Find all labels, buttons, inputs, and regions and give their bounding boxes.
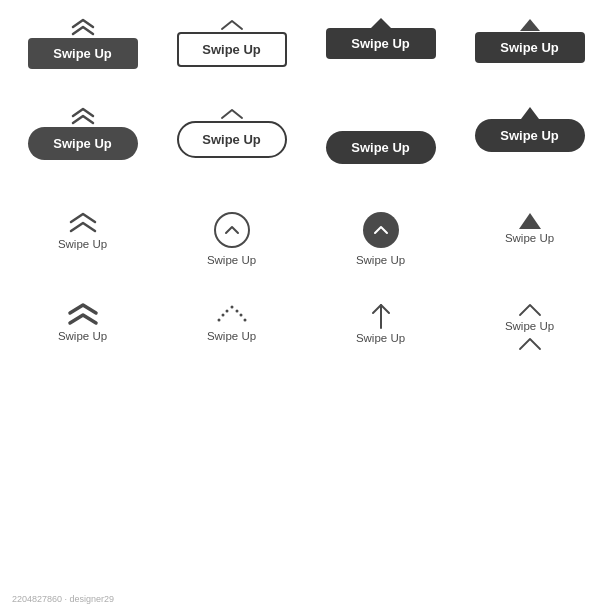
bold-double-chevron-icon <box>66 302 100 328</box>
row3-icon-buttons: Swipe Up Swipe Up Swipe Up S <box>8 206 604 276</box>
swipe-label-4-3: Swipe Up <box>356 332 405 344</box>
cell-icon-chevron-double-standalone: Swipe Up <box>8 206 157 276</box>
swipe-label-4-4: Swipe Up <box>505 320 554 332</box>
thin-chevron-bottom-icon <box>517 336 543 352</box>
cell-rect-filled-chevron-double: Swipe Up <box>8 12 157 79</box>
cell-icon-arrow-up: Swipe Up <box>306 296 455 362</box>
triangle-small-icon <box>519 18 541 32</box>
swipe-label-3-2: Swipe Up <box>207 254 256 266</box>
svg-marker-2 <box>519 213 541 229</box>
swipe-up-pill-dark-notch-button[interactable]: Swipe Up <box>475 119 585 152</box>
svg-point-4 <box>221 314 224 317</box>
swipe-up-rect-filled-button[interactable]: Swipe Up <box>28 38 138 69</box>
cell-icon-dots-chevron: Swipe Up <box>157 296 306 362</box>
swipe-up-pill-outline-button[interactable]: Swipe Up <box>177 121 287 158</box>
swipe-up-rect-outline-button[interactable]: Swipe Up <box>177 32 287 67</box>
pill-notch-wrapper: Swipe Up <box>475 107 585 152</box>
circle-outline-chevron-icon[interactable] <box>214 212 250 248</box>
swipe-label-3-3: Swipe Up <box>356 254 405 266</box>
svg-point-7 <box>235 310 238 313</box>
cell-icon-triangle-small: Swipe Up <box>455 206 604 276</box>
swipe-label-4-2: Swipe Up <box>207 330 256 342</box>
notch-triangle-icon <box>371 18 391 28</box>
triangle-notch-pill-icon <box>521 107 539 119</box>
svg-point-6 <box>230 306 233 309</box>
thin-chevron-top-icon <box>517 302 543 318</box>
swipe-up-pill-dark-button[interactable]: Swipe Up <box>326 131 436 164</box>
svg-marker-0 <box>520 19 540 31</box>
chevron-double-icon <box>69 18 97 38</box>
cell-icon-circle-outline: Swipe Up <box>157 206 306 276</box>
chevron-double-pill-icon <box>69 107 97 127</box>
cell-rect-dark-notch: Swipe Up <box>306 12 455 79</box>
row4-more-icons: Swipe Up Swipe Up Swipe Up <box>8 296 604 362</box>
svg-point-3 <box>217 319 220 322</box>
cell-rect-outline-chevron-single: Swipe Up <box>157 12 306 79</box>
svg-marker-1 <box>521 107 539 119</box>
chevron-single-icon <box>218 18 246 32</box>
swipe-label-3-1: Swipe Up <box>58 238 107 250</box>
arrow-up-icon <box>370 302 392 330</box>
dots-chevron-icon <box>215 302 249 328</box>
swipe-label-3-4: Swipe Up <box>505 232 554 244</box>
swipe-up-rect-dark-button[interactable]: Swipe Up <box>475 32 585 63</box>
chevron-double-standalone-icon <box>67 212 99 236</box>
notch-button-wrapper: Swipe Up <box>326 18 436 59</box>
chevron-in-circle-icon <box>224 224 240 236</box>
svg-point-9 <box>243 319 246 322</box>
cell-icon-thin-chevron-below: Swipe Up <box>455 296 604 362</box>
chevron-single-pill-icon <box>218 107 246 121</box>
row2-pill-buttons: Swipe Up Swipe Up Swipe Up Swipe Up <box>8 101 604 174</box>
circle-filled-chevron-icon[interactable] <box>363 212 399 248</box>
cell-icon-bold-double-chevron: Swipe Up <box>8 296 157 362</box>
cell-rect-dark-triangle: Swipe Up <box>455 12 604 79</box>
cell-pill-filled-chevron-double: Swipe Up <box>8 101 157 174</box>
swipe-label-4-1: Swipe Up <box>58 330 107 342</box>
watermark-text: 2204827860 · designer29 <box>12 594 114 604</box>
cell-pill-dark-plain: Swipe Up <box>306 101 455 174</box>
cell-icon-circle-filled: Swipe Up <box>306 206 455 276</box>
svg-point-8 <box>239 314 242 317</box>
cell-pill-dark-notch: Swipe Up <box>455 101 604 174</box>
triangle-small-standalone-icon <box>518 212 542 230</box>
swipe-up-pill-filled-button[interactable]: Swipe Up <box>28 127 138 160</box>
chevron-in-filled-circle-icon <box>373 224 389 236</box>
row1-rect-buttons: Swipe Up Swipe Up Swipe Up Swipe Up <box>8 12 604 79</box>
cell-pill-outline-chevron-single: Swipe Up <box>157 101 306 174</box>
swipe-up-rect-dark-notch-button[interactable]: Swipe Up <box>326 28 436 59</box>
svg-point-5 <box>225 310 228 313</box>
